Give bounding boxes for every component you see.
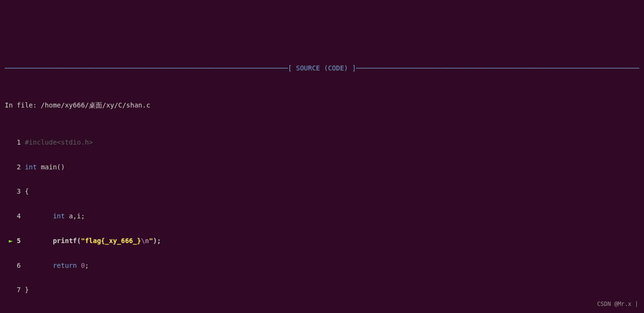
source-line-1: 1 #include<stdio.h> <box>5 137 639 149</box>
source-line-6: 6 return 0; <box>5 260 639 272</box>
source-line-5-current: ► 5 printf("flag{_xy_666_}\n"); <box>5 235 639 247</box>
source-line-2: 2 int main() <box>5 161 639 174</box>
current-line-marker-icon: ► <box>9 237 12 245</box>
section-header-source: ────────────────────────────────────────… <box>5 62 639 75</box>
source-line-4: 4 int a,i; <box>5 210 639 223</box>
rule-right: ────────────────────────────────────────… <box>356 62 639 75</box>
watermark: CSDN @Mr.x | <box>597 299 638 309</box>
source-line-7: 7 } <box>5 284 639 296</box>
rule-left: ────────────────────────────────────────… <box>5 62 288 75</box>
source-in-file: In file: /home/xy666/桌面/xy/C/shan.c <box>5 99 639 112</box>
source-line-3: 3 { <box>5 186 639 198</box>
section-title-source: [ SOURCE (CODE) ] <box>288 62 356 75</box>
